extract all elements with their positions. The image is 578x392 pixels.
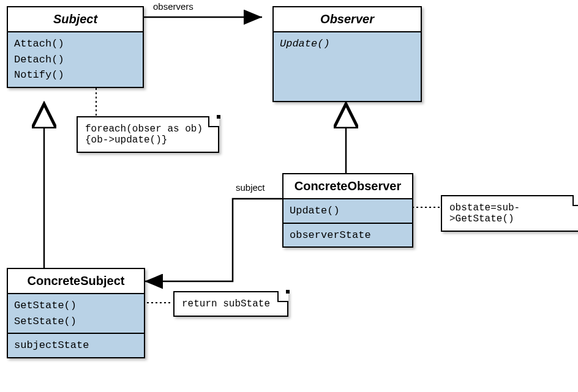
class-concrete-subject-title: ConcreteSubject: [8, 269, 144, 294]
attr-observerstate: observerState: [290, 227, 406, 243]
note-update: obstate=sub->GetState(): [441, 195, 578, 232]
op-detach: Detach(): [14, 52, 137, 68]
note-notify-text: foreach(obser as ob) {ob->update()}: [85, 124, 211, 146]
op-getstate: GetState(): [14, 298, 138, 314]
class-concrete-subject: ConcreteSubject GetState() SetState() su…: [7, 268, 145, 358]
svg-point-1: [247, 13, 255, 21]
class-concrete-subject-operations: GetState() SetState(): [8, 294, 144, 334]
label-observers: observers: [153, 1, 193, 12]
class-observer: Observer Update(): [272, 6, 422, 102]
op-concrete-update: Update(): [290, 203, 406, 219]
class-subject-operations: Attach() Detach() Notify(): [8, 32, 143, 87]
op-observer-update: Update(): [280, 36, 415, 52]
note-fold-icon: [572, 195, 578, 206]
class-concrete-observer-title: ConcreteObserver: [283, 174, 412, 199]
class-concrete-observer: ConcreteObserver Update() observerState: [282, 173, 413, 248]
class-concrete-subject-attributes: subjectState: [8, 334, 144, 357]
op-notify: Notify(): [14, 67, 137, 83]
class-subject: Subject Attach() Detach() Notify(): [7, 6, 144, 88]
class-concrete-observer-attributes: observerState: [283, 224, 412, 247]
op-attach: Attach(): [14, 36, 137, 52]
note-getstate: return subState: [173, 291, 288, 317]
note-fold-icon: [277, 291, 288, 302]
class-subject-title: Subject: [8, 7, 143, 32]
class-observer-operations: Update(): [274, 32, 421, 101]
op-setstate: SetState(): [14, 314, 138, 330]
note-fold-icon: [208, 116, 219, 127]
note-notify: foreach(obser as ob) {ob->update()}: [77, 116, 219, 153]
note-getstate-text: return subState: [182, 298, 280, 309]
label-subject: subject: [236, 182, 265, 193]
class-concrete-observer-operations: Update(): [283, 199, 412, 224]
note-update-text: obstate=sub->GetState(): [449, 202, 575, 224]
attr-subjectstate: subjectState: [14, 338, 138, 353]
class-observer-title: Observer: [274, 7, 421, 32]
